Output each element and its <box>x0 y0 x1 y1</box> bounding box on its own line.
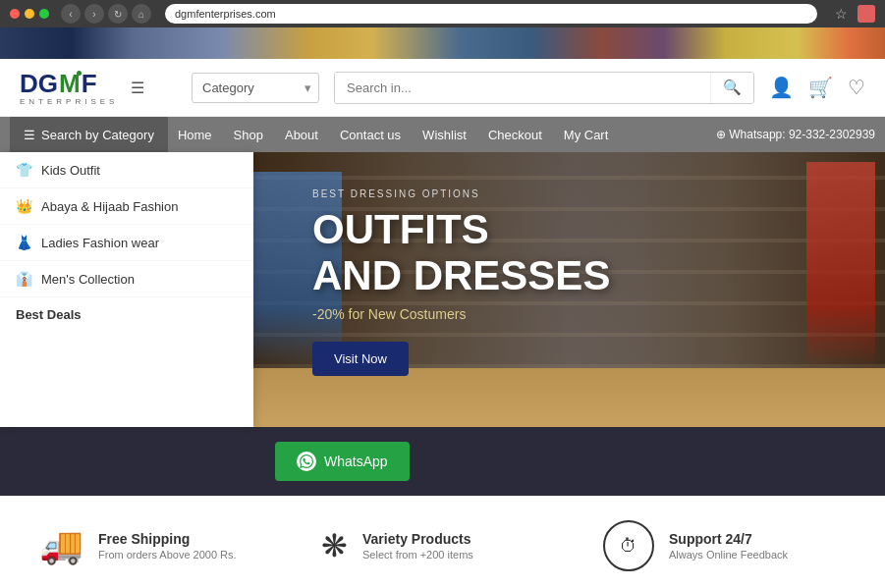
hamburger-icon: ☰ <box>24 128 35 142</box>
variety-desc: Select from +200 items <box>362 549 473 561</box>
cart-icon[interactable]: 🛒 <box>808 76 833 99</box>
logo: DG M F ENTERPRISES <box>20 69 118 106</box>
whatsapp-icon-circle <box>297 452 316 471</box>
category-wrapper: Category <box>192 73 319 103</box>
browser-chrome: ‹ › ↻ ⌂ dgmfenterprises.com ☆ <box>0 0 885 27</box>
bookmark-star[interactable]: ☆ <box>835 6 848 22</box>
nav-about[interactable]: About <box>275 117 328 152</box>
logo-m: M <box>59 69 81 99</box>
clock-icon: ⏱ <box>620 536 637 557</box>
main-content-area: 👕 Kids Outfit 👑 Abaya & Hijaab Fashion 👗… <box>0 152 885 427</box>
user-icon[interactable]: 👤 <box>769 76 794 99</box>
variety-title: Variety Products <box>362 531 473 547</box>
maximize-dot[interactable] <box>39 9 49 19</box>
home-button[interactable]: ⌂ <box>132 4 151 24</box>
search-category-label: Search by Category <box>41 128 154 142</box>
nav-home[interactable]: Home <box>168 117 222 152</box>
ladies-icon: 👗 <box>16 235 31 250</box>
hero-title: OUTFITS AND DRESSES <box>312 207 610 297</box>
whatsapp-button[interactable]: WhatsApp <box>275 442 410 481</box>
feature-free-shipping: 🚚 Free Shipping From orders Above 2000 R… <box>39 520 282 571</box>
whatsapp-contact-nav: ⊕ Whatsapp: 92-332-2302939 <box>716 128 875 141</box>
browser-window-controls <box>10 9 49 19</box>
search-button[interactable]: 🔍 <box>710 73 753 103</box>
dropdown-item-ladies[interactable]: 👗 Ladies Fashion wear <box>0 225 253 261</box>
whatsapp-button-area: WhatsApp <box>0 427 885 496</box>
hero-section: BEST DRESSING OPTIONS OUTFITS AND DRESSE… <box>253 152 885 427</box>
search-input[interactable] <box>335 73 710 103</box>
forward-button[interactable]: › <box>84 4 104 24</box>
support-title: Support 24/7 <box>669 531 788 547</box>
free-shipping-text: Free Shipping From orders Above 2000 Rs. <box>98 531 237 561</box>
category-dropdown: 👕 Kids Outfit 👑 Abaya & Hijaab Fashion 👗… <box>0 152 253 427</box>
ladies-label: Ladies Fashion wear <box>41 236 159 250</box>
best-deals-link[interactable]: Best Deals <box>0 297 253 332</box>
search-bar: 🔍 <box>334 72 754 104</box>
hero-title-line1: OUTFITS <box>312 207 610 252</box>
variety-text: Variety Products Select from +200 items <box>362 531 473 561</box>
reload-button[interactable]: ↻ <box>108 4 128 24</box>
address-bar[interactable]: dgmfenterprises.com <box>165 4 817 24</box>
whatsapp-btn-label: WhatsApp <box>324 454 388 469</box>
nav-links: Home Shop About Contact us Wishlist Chec… <box>168 117 716 152</box>
free-shipping-desc: From orders Above 2000 Rs. <box>98 549 237 561</box>
hero-tag: BEST DRESSING OPTIONS <box>312 188 610 199</box>
dropdown-item-abaya[interactable]: 👑 Abaya & Hijaab Fashion <box>0 188 253 225</box>
kids-outfit-label: Kids Outfit <box>41 163 100 178</box>
hero-clothing-right <box>806 162 875 368</box>
nav-mycart[interactable]: My Cart <box>554 117 619 152</box>
hero-content: BEST DRESSING OPTIONS OUTFITS AND DRESSE… <box>253 159 649 419</box>
header-icons: 👤 🛒 ♡ <box>769 76 865 99</box>
hero-title-line2: AND DRESSES <box>312 253 610 298</box>
hero-subtitle: -20% for New Costumers <box>312 306 610 322</box>
logo-f: F <box>82 69 97 99</box>
support-icon: ⏱ <box>603 520 654 571</box>
search-category-button[interactable]: ☰ Search by Category <box>10 117 168 152</box>
abaya-label: Abaya & Hijaab Fashion <box>41 199 178 214</box>
nav-contact[interactable]: Contact us <box>330 117 411 152</box>
mens-label: Men's Collection <box>41 272 135 287</box>
kids-outfit-icon: 👕 <box>16 162 31 178</box>
feature-support: ⏱ Support 24/7 Always Online Feedback <box>603 520 846 571</box>
top-banner-strip <box>0 27 885 59</box>
free-shipping-title: Free Shipping <box>98 531 237 547</box>
dropdown-item-kids[interactable]: 👕 Kids Outfit <box>0 152 253 188</box>
wishlist-icon[interactable]: ♡ <box>848 76 865 99</box>
site-header: DG M F ENTERPRISES ☰ Category 🔍 👤 🛒 ♡ <box>0 59 885 117</box>
navigation-bar: ☰ Search by Category Home Shop About Con… <box>0 117 885 152</box>
visit-now-button[interactable]: Visit Now <box>312 342 409 376</box>
minimize-dot[interactable] <box>25 9 34 19</box>
nav-checkout[interactable]: Checkout <box>478 117 552 152</box>
browser-nav-buttons: ‹ › ↻ ⌂ <box>61 4 151 24</box>
whatsapp-icon <box>300 454 313 468</box>
feature-variety: ❋ Variety Products Select from +200 item… <box>321 520 564 571</box>
logo-dg: DG <box>20 69 58 99</box>
abaya-icon: 👑 <box>16 198 31 214</box>
support-text: Support 24/7 Always Online Feedback <box>669 531 788 561</box>
menu-icon[interactable]: ☰ <box>131 79 144 97</box>
features-section: 🚚 Free Shipping From orders Above 2000 R… <box>0 496 885 588</box>
free-shipping-icon: 🚚 <box>39 525 83 566</box>
url-text: dgmfenterprises.com <box>175 8 276 20</box>
whatsapp-nav-text: ⊕ Whatsapp: 92-332-2302939 <box>716 128 875 141</box>
category-select[interactable]: Category <box>192 73 319 103</box>
dropdown-item-mens[interactable]: 👔 Men's Collection <box>0 261 253 297</box>
logo-area[interactable]: DG M F ENTERPRISES ☰ <box>20 69 177 106</box>
close-dot[interactable] <box>10 9 20 19</box>
back-button[interactable]: ‹ <box>61 4 81 24</box>
browser-extension[interactable] <box>857 5 875 23</box>
mens-icon: 👔 <box>16 271 31 287</box>
variety-icon: ❋ <box>321 527 348 564</box>
support-desc: Always Online Feedback <box>669 549 788 561</box>
nav-shop[interactable]: Shop <box>224 117 273 152</box>
nav-wishlist[interactable]: Wishlist <box>413 117 476 152</box>
